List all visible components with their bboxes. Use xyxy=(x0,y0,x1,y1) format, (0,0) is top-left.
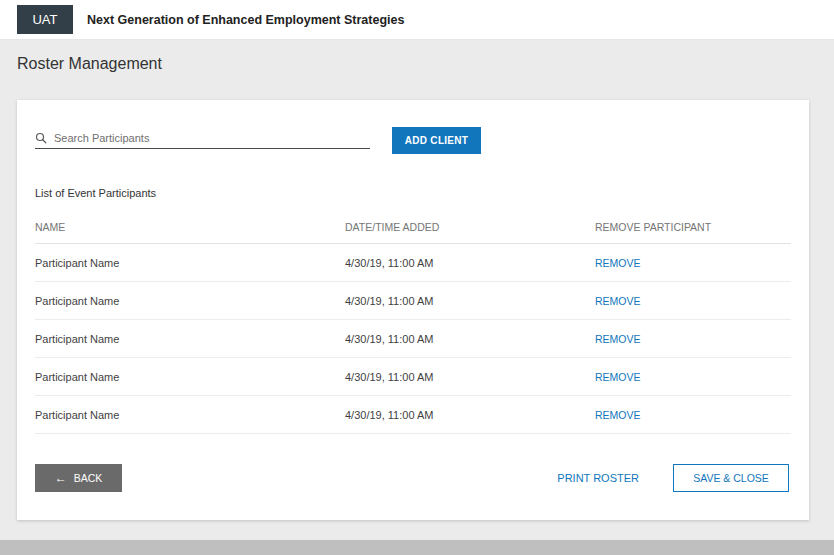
cell-datetime-added: 4/30/19, 11:00 AM xyxy=(345,295,595,307)
table-row: Participant Name 4/30/19, 11:00 AM REMOV… xyxy=(35,320,791,358)
cell-participant-name: Participant Name xyxy=(35,257,345,269)
column-header-datetime-added: DATE/TIME ADDED xyxy=(345,221,595,233)
column-header-name: NAME xyxy=(35,221,345,233)
remove-link[interactable]: REMOVE xyxy=(595,257,641,269)
search-participants-input[interactable] xyxy=(54,132,370,144)
participants-table: NAME DATE/TIME ADDED REMOVE PARTICIPANT … xyxy=(35,211,791,434)
table-row: Participant Name 4/30/19, 11:00 AM REMOV… xyxy=(35,282,791,320)
remove-link[interactable]: REMOVE xyxy=(595,295,641,307)
app-title: Next Generation of Enhanced Employment S… xyxy=(87,13,404,27)
remove-link[interactable]: REMOVE xyxy=(595,409,641,421)
cell-participant-name: Participant Name xyxy=(35,295,345,307)
back-button-label: BACK xyxy=(74,472,103,484)
cell-datetime-added: 4/30/19, 11:00 AM xyxy=(345,409,595,421)
roster-card: ADD CLIENT List of Event Participants NA… xyxy=(17,100,809,520)
cell-participant-name: Participant Name xyxy=(35,371,345,383)
uat-environment-badge: UAT xyxy=(17,5,73,34)
back-button[interactable]: ← BACK xyxy=(35,464,122,492)
search-row: ADD CLIENT xyxy=(35,127,791,154)
cell-participant-name: Participant Name xyxy=(35,333,345,345)
table-row: Participant Name 4/30/19, 11:00 AM REMOV… xyxy=(35,396,791,434)
search-field[interactable] xyxy=(35,132,370,149)
search-icon xyxy=(35,132,47,144)
cell-datetime-added: 4/30/19, 11:00 AM xyxy=(345,371,595,383)
column-header-remove-participant: REMOVE PARTICIPANT xyxy=(595,221,791,233)
remove-link[interactable]: REMOVE xyxy=(595,371,641,383)
card-footer: ← BACK PRINT ROSTER SAVE & CLOSE xyxy=(35,464,791,492)
roster-management-page: UAT Next Generation of Enhanced Employme… xyxy=(0,0,834,555)
cell-datetime-added: 4/30/19, 11:00 AM xyxy=(345,257,595,269)
table-row: Participant Name 4/30/19, 11:00 AM REMOV… xyxy=(35,358,791,396)
table-header-row: NAME DATE/TIME ADDED REMOVE PARTICIPANT xyxy=(35,211,791,244)
remove-link[interactable]: REMOVE xyxy=(595,333,641,345)
add-client-button[interactable]: ADD CLIENT xyxy=(392,127,481,154)
page-title: Roster Management xyxy=(17,55,162,73)
cell-participant-name: Participant Name xyxy=(35,409,345,421)
table-row: Participant Name 4/30/19, 11:00 AM REMOV… xyxy=(35,244,791,282)
top-bar: UAT Next Generation of Enhanced Employme… xyxy=(0,0,834,40)
bottom-strip xyxy=(0,540,834,555)
cell-datetime-added: 4/30/19, 11:00 AM xyxy=(345,333,595,345)
print-roster-link[interactable]: PRINT ROSTER xyxy=(557,472,639,484)
save-close-button[interactable]: SAVE & CLOSE xyxy=(673,464,789,492)
footer-actions: PRINT ROSTER SAVE & CLOSE xyxy=(557,464,791,492)
back-arrow-icon: ← xyxy=(55,472,67,484)
list-caption: List of Event Participants xyxy=(35,187,791,199)
